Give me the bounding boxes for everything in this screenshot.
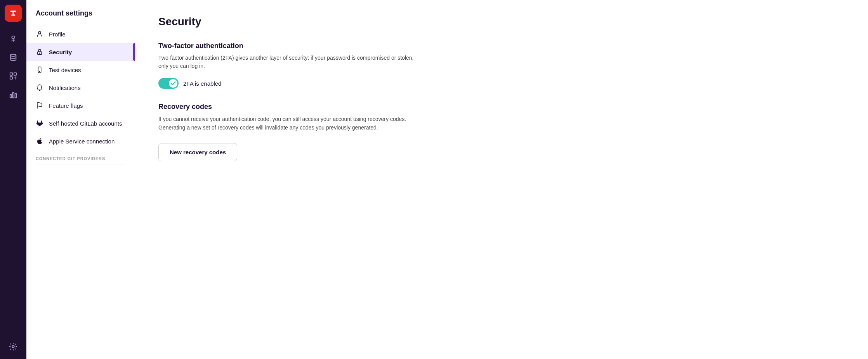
nav-icon-upload[interactable] bbox=[5, 68, 21, 84]
sidebar-item-label-devices: Test devices bbox=[49, 67, 81, 73]
sidebar-item-feature-flags[interactable]: Feature flags bbox=[26, 97, 135, 114]
svg-rect-8 bbox=[15, 93, 17, 98]
feature-flags-icon bbox=[36, 102, 43, 109]
sidebar-item-security[interactable]: Security bbox=[26, 43, 135, 61]
nav-icon-settings[interactable] bbox=[5, 31, 21, 47]
nav-icon-gear[interactable] bbox=[5, 339, 21, 354]
svg-point-2 bbox=[10, 54, 16, 57]
svg-point-12 bbox=[39, 53, 40, 54]
sidebar-item-label-apple: Apple Service connection bbox=[49, 138, 115, 145]
page-title: Security bbox=[158, 16, 845, 28]
svg-rect-5 bbox=[10, 77, 12, 79]
2fa-section-title: Two-factor authentication bbox=[158, 42, 845, 50]
sidebar-title: Account settings bbox=[26, 9, 135, 17]
sidebar-item-notifications[interactable]: Notifications bbox=[26, 79, 135, 97]
sidebar-divider bbox=[36, 164, 125, 164]
new-recovery-codes-button[interactable]: New recovery codes bbox=[158, 143, 237, 161]
svg-point-1 bbox=[12, 36, 14, 39]
recovery-section-title: Recovery codes bbox=[158, 103, 845, 111]
svg-rect-7 bbox=[12, 93, 14, 98]
gitlab-icon bbox=[36, 119, 43, 127]
svg-point-10 bbox=[38, 31, 41, 34]
sidebar-item-label-feature-flags: Feature flags bbox=[49, 102, 83, 109]
sidebar-item-profile[interactable]: Profile bbox=[26, 25, 135, 43]
nav-bar bbox=[0, 0, 26, 359]
2fa-toggle[interactable] bbox=[158, 78, 179, 89]
2fa-description: Two-factor authentication (2FA) gives an… bbox=[158, 54, 422, 70]
svg-rect-4 bbox=[14, 73, 16, 75]
sidebar-item-gitlab[interactable]: Self-hosted GitLab accounts bbox=[26, 114, 135, 132]
devices-icon bbox=[36, 66, 43, 74]
profile-icon bbox=[36, 30, 43, 38]
sidebar-item-label-gitlab: Self-hosted GitLab accounts bbox=[49, 120, 122, 127]
sidebar-item-apple[interactable]: Apple Service connection bbox=[26, 132, 135, 150]
connected-git-providers-label: CONNECTED GIT PROVIDERS bbox=[26, 150, 135, 164]
sidebar-item-test-devices[interactable]: Test devices bbox=[26, 61, 135, 79]
toggle-knob bbox=[169, 79, 177, 88]
sidebar-item-label-security: Security bbox=[49, 49, 72, 55]
nav-icon-database[interactable] bbox=[5, 50, 21, 65]
2fa-toggle-row: 2FA is enabled bbox=[158, 78, 845, 89]
notifications-icon bbox=[36, 84, 43, 91]
svg-rect-3 bbox=[10, 73, 12, 75]
app-logo[interactable] bbox=[5, 5, 22, 22]
sidebar: Account settings Profile Security bbox=[26, 0, 135, 359]
security-icon bbox=[36, 48, 43, 56]
svg-rect-6 bbox=[10, 95, 12, 98]
svg-point-9 bbox=[12, 345, 14, 348]
2fa-toggle-label: 2FA is enabled bbox=[183, 80, 221, 87]
nav-icon-chart[interactable] bbox=[5, 87, 21, 102]
sidebar-item-label-notifications: Notifications bbox=[49, 85, 81, 91]
recovery-description: If you cannot receive your authenticatio… bbox=[158, 115, 422, 132]
sidebar-item-label-profile: Profile bbox=[49, 31, 66, 38]
main-content: Security Two-factor authentication Two-f… bbox=[135, 0, 868, 359]
apple-icon bbox=[36, 137, 43, 145]
